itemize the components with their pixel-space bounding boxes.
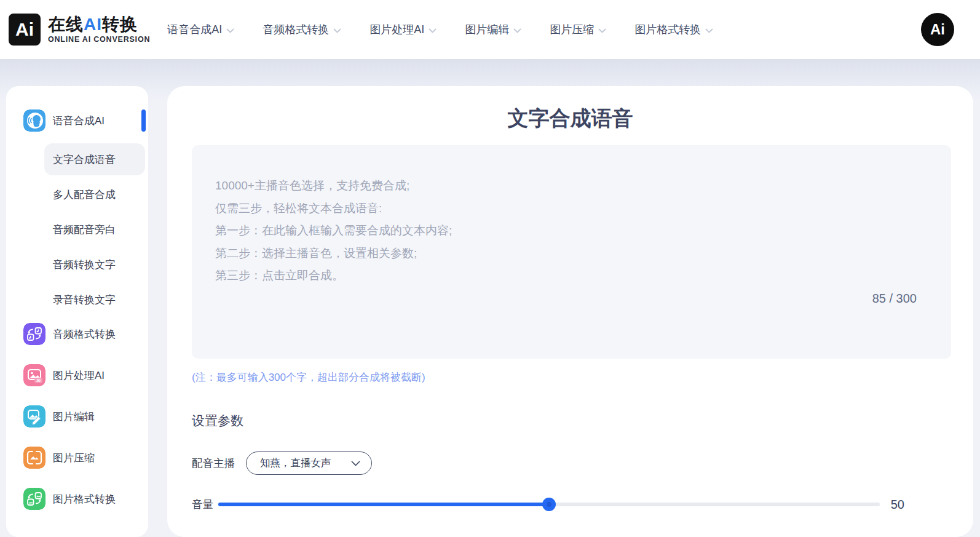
volume-value: 50 [891, 498, 904, 512]
placeholder-line: 第一步：在此输入框输入需要合成的文本内容; [215, 220, 917, 242]
nav-item-image-compress[interactable]: 图片压缩 [550, 22, 606, 37]
volume-slider[interactable] [218, 491, 880, 518]
placeholder-line: 第二步：选择主播音色，设置相关参数; [215, 242, 917, 265]
placeholder-line: 10000+主播音色选择，支持免费合成; [215, 175, 917, 197]
logo-title: 在线AI转换 [48, 15, 150, 34]
sidebar-item-image-format[interactable]: 图片格式转换 [6, 488, 148, 510]
sidebar-item-audio-format[interactable]: 音频格式转换 [6, 323, 148, 345]
chevron-down-icon [333, 23, 341, 36]
sidebar-item-label: 图片格式转换 [53, 492, 116, 506]
settings-section-title: 设置参数 [192, 412, 243, 429]
sidebar-item-image-compress[interactable]: 图片压缩 [6, 447, 148, 469]
sidebar-subitem-text-to-speech[interactable]: 文字合成语音 [44, 143, 145, 175]
svg-text:AI: AI [36, 378, 41, 383]
image-ai-icon: AI [23, 364, 45, 386]
image-compress-icon [23, 447, 45, 469]
placeholder-line: 仅需三步，轻松将文本合成语音: [215, 197, 917, 220]
sidebar-item-label: 语音合成AI [53, 114, 105, 128]
nav-item-audio-format[interactable]: 音频格式转换 [263, 22, 341, 37]
app-logo[interactable]: Ai 在线AI转换 ONLINE AI CONVERSION [9, 14, 150, 46]
chevron-down-icon [513, 23, 521, 36]
volume-slider-thumb[interactable] [542, 498, 556, 511]
chevron-down-icon [598, 23, 606, 36]
page-title: 文字合成语音 [167, 105, 973, 133]
nav-item-image-ai[interactable]: 图片处理AI [369, 22, 437, 37]
main-panel: 文字合成语音 10000+主播音色选择，支持免费合成; 仅需三步，轻松将文本合成… [167, 86, 973, 537]
placeholder-line: 第三步：点击立即合成。 [215, 265, 917, 287]
top-header: Ai 在线AI转换 ONLINE AI CONVERSION 语音合成AI 音频… [0, 0, 980, 59]
char-counter: 85 / 300 [872, 292, 917, 306]
sidebar-subitem-audio-dubbing[interactable]: 音频配音旁白 [44, 213, 145, 245]
voice-anchor-select[interactable]: 知燕，直播女声 [246, 451, 372, 475]
nav-item-image-edit[interactable]: 图片编辑 [465, 22, 521, 37]
sidebar-item-image-edit[interactable]: 图片编辑 [6, 405, 148, 428]
chevron-down-icon [226, 23, 234, 36]
user-avatar[interactable]: Ai [921, 13, 954, 46]
voice-anchor-row: 配音主播 知燕，直播女声 [192, 451, 372, 475]
chevron-down-icon [705, 23, 713, 36]
sidebar-subitem-audio-to-text[interactable]: 音频转换文字 [44, 249, 145, 280]
nav-item-image-format[interactable]: 图片格式转换 [634, 22, 713, 37]
voice-synthesis-submenu: 文字合成语音 多人配音合成 音频配音旁白 音频转换文字 录音转换文字 [44, 143, 148, 316]
volume-slider-fill [218, 503, 549, 506]
sidebar-item-label: 图片编辑 [53, 410, 95, 424]
sidebar-item-image-ai[interactable]: AI 图片处理AI [6, 364, 148, 386]
logo-ai-icon: Ai [9, 14, 41, 46]
volume-slider-track[interactable] [218, 503, 880, 506]
sidebar-subitem-multi-voice[interactable]: 多人配音合成 [44, 178, 145, 210]
active-indicator [141, 109, 146, 132]
voice-anchor-label: 配音主播 [192, 456, 235, 471]
chevron-down-icon [351, 458, 360, 469]
sidebar-subitem-recording-to-text[interactable]: 录音转换文字 [44, 284, 145, 316]
volume-label: 音量 [192, 497, 213, 512]
audio-format-convert-icon [23, 323, 45, 345]
image-format-convert-icon [23, 488, 45, 510]
voice-anchor-value: 知燕，直播女声 [260, 456, 331, 470]
top-nav: 语音合成AI 音频格式转换 图片处理AI 图片编辑 图片压缩 图片格式转换 [167, 22, 713, 37]
sidebar-item-label: 图片处理AI [53, 368, 105, 383]
text-input[interactable]: 10000+主播音色选择，支持免费合成; 仅需三步，轻松将文本合成语音: 第一步… [192, 145, 951, 359]
logo-subtitle: ONLINE AI CONVERSION [48, 35, 150, 44]
sidebar-item-label: 音频格式转换 [53, 327, 116, 341]
speech-synthesis-icon [23, 109, 45, 132]
sidebar: 语音合成AI 文字合成语音 多人配音合成 音频配音旁白 音频转换文字 录音转换文… [6, 86, 148, 537]
sidebar-item-label: 图片压缩 [53, 451, 95, 465]
volume-row: 音量 50 [192, 491, 904, 518]
nav-item-voice-synthesis[interactable]: 语音合成AI [167, 22, 234, 37]
sidebar-item-voice-synthesis[interactable]: 语音合成AI [6, 109, 148, 132]
input-limit-note: (注：最多可输入300个字，超出部分合成将被截断) [192, 370, 425, 384]
chevron-down-icon [429, 23, 437, 36]
image-edit-icon [23, 405, 45, 428]
